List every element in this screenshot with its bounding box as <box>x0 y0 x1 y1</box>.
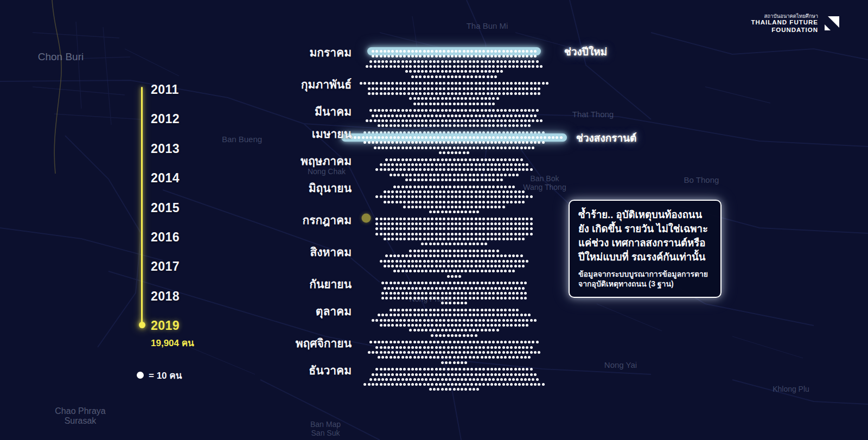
map-background <box>0 0 868 440</box>
logo-arrow-icon <box>824 15 840 31</box>
month-label: ธันวาคม <box>216 361 352 379</box>
timeline-line <box>141 87 143 324</box>
month-label: ตุลาคม <box>216 302 352 320</box>
callout-new-year: ช่วงปีใหม่ <box>564 43 607 60</box>
month-label: กันยายน <box>216 275 352 293</box>
year-label-2018: 2018 <box>151 289 180 303</box>
year-label-2012: 2012 <box>151 112 180 126</box>
year-label-2016: 2016 <box>151 230 180 245</box>
year-label-2017: 2017 <box>151 259 180 274</box>
month-label: พฤศจิกายน <box>216 334 352 352</box>
year-label-2014: 2014 <box>151 171 180 186</box>
legend: = 10 คน <box>137 368 182 382</box>
year-label-2015: 2015 <box>151 200 180 215</box>
legend-label: = 10 คน <box>149 368 182 382</box>
logo-en-name-line1: THAILAND FUTURE <box>751 19 818 27</box>
month-label: มีนาคม <box>216 103 352 120</box>
month-label: เมษายน <box>216 124 352 142</box>
year-label-2013: 2013 <box>151 141 180 156</box>
logo-en-name-line2: FOUNDATION <box>751 27 818 34</box>
logo-thai-name: สถาบันอนาคตไทยศึกษา <box>751 13 818 19</box>
olive-marker-dot <box>362 214 371 223</box>
annotation-title: ซ้ำร้าย.. อุบัติเหตุบนท้องถนนยัง เกิดขึ้… <box>578 208 712 264</box>
callout-songkran: ช่วงสงกรานต์ <box>576 130 636 146</box>
month-label: กุมภาพันธ์ <box>216 75 352 93</box>
annotation-box: ซ้ำร้าย.. อุบัติเหตุบนท้องถนนยัง เกิดขึ้… <box>569 200 722 298</box>
month-label: มกราคม <box>216 43 352 61</box>
legend-dot-icon <box>137 372 144 379</box>
year-label-2011: 2011 <box>151 82 179 97</box>
infographic-canvas: Chon BuriTha Bun MiBan BuengThat ThongNo… <box>0 0 868 440</box>
coastline <box>52 0 61 174</box>
annotation-source: ข้อมูลจากระบบบูรณาการข้อมูลการตาย จากอุบ… <box>578 269 712 290</box>
year-label-2019: 2019 <box>151 318 180 333</box>
month-label: มิถุนายน <box>216 178 352 196</box>
logo: สถาบันอนาคตไทยศึกษา THAILAND FUTURE FOUN… <box>751 13 840 34</box>
month-label: พฤษภาคม <box>216 151 352 169</box>
timeline-end-dot <box>139 322 145 328</box>
month-label: กรกฎาคม <box>216 211 352 228</box>
month-label: สิงหาคม <box>216 243 352 260</box>
logo-text: สถาบันอนาคตไทยศึกษา THAILAND FUTURE FOUN… <box>751 13 818 34</box>
active-year-value: 19,904 คน <box>151 335 194 350</box>
